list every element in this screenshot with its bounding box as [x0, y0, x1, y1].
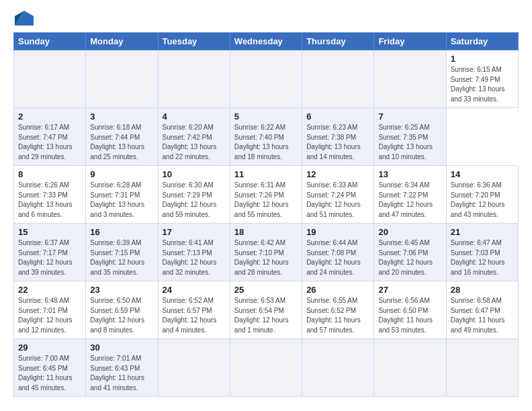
calendar-cell-day-17: 17Sunrise: 6:41 AMSunset: 7:13 PMDayligh… — [158, 224, 230, 281]
calendar-cell-empty — [446, 339, 518, 397]
calendar-header-sunday: Sunday — [14, 33, 86, 50]
calendar-cell-day-21: 21Sunrise: 6:47 AMSunset: 7:03 PMDayligh… — [446, 224, 518, 281]
calendar-cell-day-4: 4Sunrise: 6:20 AMSunset: 7:42 PMDaylight… — [158, 108, 230, 166]
logo — [13, 11, 34, 26]
calendar-cell-day-3: 3Sunrise: 6:18 AMSunset: 7:44 PMDaylight… — [86, 108, 158, 166]
calendar-header-wednesday: Wednesday — [230, 33, 302, 50]
calendar-cell-day-13: 13Sunrise: 6:34 AMSunset: 7:22 PMDayligh… — [374, 166, 446, 224]
calendar-cell-day-28: 28Sunrise: 6:58 AMSunset: 6:47 PMDayligh… — [446, 281, 518, 339]
calendar-week-row: 22Sunrise: 6:48 AMSunset: 7:01 PMDayligh… — [14, 281, 519, 339]
calendar-week-row: 29Sunrise: 7:00 AMSunset: 6:45 PMDayligh… — [14, 339, 519, 397]
calendar-week-row: 15Sunrise: 6:37 AMSunset: 7:17 PMDayligh… — [14, 224, 519, 281]
page: SundayMondayTuesdayWednesdayThursdayFrid… — [0, 0, 532, 411]
calendar-header-monday: Monday — [86, 33, 158, 50]
calendar-header-saturday: Saturday — [446, 33, 518, 50]
calendar-week-row: 2Sunrise: 6:17 AMSunset: 7:47 PMDaylight… — [14, 108, 519, 166]
calendar-week-row: 8Sunrise: 6:26 AMSunset: 7:33 PMDaylight… — [14, 166, 519, 224]
calendar-cell-day-6: 6Sunrise: 6:23 AMSunset: 7:38 PMDaylight… — [302, 108, 374, 166]
calendar-cell-day-23: 23Sunrise: 6:50 AMSunset: 6:59 PMDayligh… — [86, 281, 158, 339]
calendar-cell-day-27: 27Sunrise: 6:56 AMSunset: 6:50 PMDayligh… — [374, 281, 446, 339]
calendar-cell-day-2: 2Sunrise: 6:17 AMSunset: 7:47 PMDaylight… — [14, 108, 86, 166]
calendar-cell-day-24: 24Sunrise: 6:52 AMSunset: 6:57 PMDayligh… — [158, 281, 230, 339]
calendar-cell-day-8: 8Sunrise: 6:26 AMSunset: 7:33 PMDaylight… — [14, 166, 86, 224]
calendar-cell-empty — [374, 50, 446, 108]
calendar-cell-day-16: 16Sunrise: 6:39 AMSunset: 7:15 PMDayligh… — [86, 224, 158, 281]
calendar-cell-empty — [230, 339, 302, 397]
calendar-cell-day-19: 19Sunrise: 6:44 AMSunset: 7:08 PMDayligh… — [302, 224, 374, 281]
calendar-cell-day-30: 30Sunrise: 7:01 AMSunset: 6:43 PMDayligh… — [86, 339, 158, 397]
calendar-cell-day-12: 12Sunrise: 6:33 AMSunset: 7:24 PMDayligh… — [302, 166, 374, 224]
calendar-cell-day-11: 11Sunrise: 6:31 AMSunset: 7:26 PMDayligh… — [230, 166, 302, 224]
calendar-cell-day-15: 15Sunrise: 6:37 AMSunset: 7:17 PMDayligh… — [14, 224, 86, 281]
calendar-cell-empty — [86, 50, 158, 108]
calendar-cell-empty — [14, 50, 86, 108]
calendar-cell-day-1: 1Sunrise: 6:15 AMSunset: 7:49 PMDaylight… — [446, 50, 518, 108]
calendar-cell-day-29: 29Sunrise: 7:00 AMSunset: 6:45 PMDayligh… — [14, 339, 86, 397]
calendar-cell-day-10: 10Sunrise: 6:30 AMSunset: 7:29 PMDayligh… — [158, 166, 230, 224]
calendar-cell-empty — [302, 50, 374, 108]
calendar-week-row: 1Sunrise: 6:15 AMSunset: 7:49 PMDaylight… — [14, 50, 519, 108]
calendar-cell-empty — [158, 339, 230, 397]
calendar-cell-day-7: 7Sunrise: 6:25 AMSunset: 7:35 PMDaylight… — [374, 108, 446, 166]
calendar-cell-empty — [374, 339, 446, 397]
calendar-header-thursday: Thursday — [302, 33, 374, 50]
calendar-cell-day-25: 25Sunrise: 6:53 AMSunset: 6:54 PMDayligh… — [230, 281, 302, 339]
calendar-table: SundayMondayTuesdayWednesdayThursdayFrid… — [13, 32, 519, 397]
calendar-cell-day-5: 5Sunrise: 6:22 AMSunset: 7:40 PMDaylight… — [230, 108, 302, 166]
calendar-cell-empty — [230, 50, 302, 108]
calendar-header-row: SundayMondayTuesdayWednesdayThursdayFrid… — [14, 33, 519, 50]
calendar-cell-day-26: 26Sunrise: 6:55 AMSunset: 6:52 PMDayligh… — [302, 281, 374, 339]
calendar-cell-day-14: 14Sunrise: 6:36 AMSunset: 7:20 PMDayligh… — [446, 166, 518, 224]
calendar-header-friday: Friday — [374, 33, 446, 50]
calendar-cell-day-22: 22Sunrise: 6:48 AMSunset: 7:01 PMDayligh… — [14, 281, 86, 339]
calendar-cell-empty — [302, 339, 374, 397]
calendar-header-tuesday: Tuesday — [158, 33, 230, 50]
calendar-cell-empty — [158, 50, 230, 108]
calendar-cell-day-9: 9Sunrise: 6:28 AMSunset: 7:31 PMDaylight… — [86, 166, 158, 224]
calendar-cell-day-18: 18Sunrise: 6:42 AMSunset: 7:10 PMDayligh… — [230, 224, 302, 281]
header — [13, 11, 519, 26]
logo-icon — [15, 11, 34, 26]
calendar-cell-day-20: 20Sunrise: 6:45 AMSunset: 7:06 PMDayligh… — [374, 224, 446, 281]
